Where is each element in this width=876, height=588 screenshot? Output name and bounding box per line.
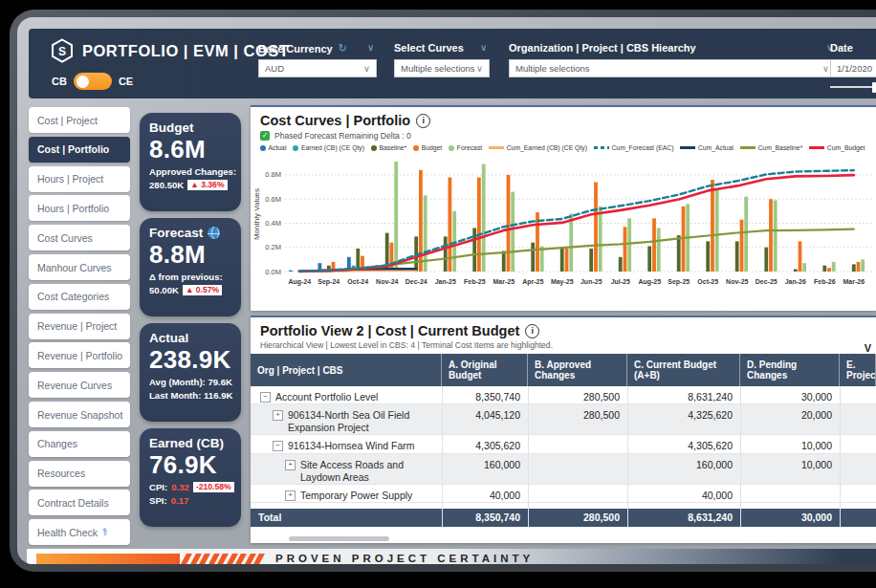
table-total-row: Total8,350,740280,5008,631,24030,000 <box>251 509 876 527</box>
collapse-icon[interactable]: − <box>260 392 271 403</box>
column-header-1[interactable]: A. Original Budget <box>442 354 528 386</box>
sidebar-item-hours-project[interactable]: Hours | Project <box>29 166 130 192</box>
sidebar-item-cost-curves[interactable]: Cost Curves <box>29 225 130 250</box>
column-header-5[interactable]: E. Projec <box>840 354 876 386</box>
legend-item-forecast[interactable]: Forecast <box>449 144 482 151</box>
legend-item-cum-budget[interactable]: Cum_Budget <box>809 144 865 151</box>
sidebar-item-revenue-project[interactable]: Revenue | Project <box>29 314 130 339</box>
legend-item-cum-baseline-[interactable]: Cum_Baseline* <box>740 144 802 151</box>
cell-a: 4,045,120 <box>442 404 528 434</box>
sidebar-item-manhour-curves[interactable]: Manhour Curves <box>29 254 130 280</box>
sidebar-item-revenue-curves[interactable]: Revenue Curves <box>29 372 130 398</box>
table-row[interactable]: +Site Access Roads and Laydown Areas160,… <box>251 454 876 485</box>
legend-item-actual[interactable]: Actual <box>260 144 286 151</box>
toggle-knob[interactable] <box>77 76 89 88</box>
svg-text:Nov-25: Nov-25 <box>726 278 748 285</box>
app-window: S PORTFOLIO | EVM | COST CB CE Base Curr… <box>10 10 876 572</box>
kpi-subline: Avg (Month): 79.6K <box>149 377 231 387</box>
column-header-4[interactable]: D. Pending Changes <box>740 354 840 386</box>
table-row[interactable]: +Temporary Power Supply40,00040,000 <box>251 485 876 503</box>
table-row[interactable]: +906134-North Sea Oil Field Expansion Pr… <box>251 404 876 435</box>
column-header-0[interactable]: Org | Project | CBS <box>251 354 442 386</box>
sidebar-item-cost-portfolio[interactable]: Cost | Portfolio <box>29 137 130 163</box>
horizontal-scrollbar[interactable] <box>289 536 389 541</box>
chevron-down-icon: ∨ <box>822 63 829 74</box>
kpi-title: Earned (CB) <box>149 436 224 450</box>
sidebar-item-label: Cost Categories <box>37 291 109 302</box>
table-row[interactable]: −Account Portfolio Level8,350,740280,500… <box>251 386 876 404</box>
info-icon[interactable]: i <box>416 114 430 128</box>
sidebar-item-cost-categories[interactable]: Cost Categories <box>29 284 130 310</box>
legend-marker-icon <box>260 145 266 151</box>
legend-label: Forecast <box>457 144 482 151</box>
filter-dropdown-0[interactable]: AUD∨ <box>258 59 377 77</box>
table-row[interactable]: −916134-Hornsea Wind Farm4,305,6204,305,… <box>251 435 876 453</box>
row-label: Account Portfolio Level <box>275 391 378 403</box>
date-slider-track[interactable] <box>830 86 876 88</box>
expand-icon[interactable]: + <box>273 410 283 421</box>
sidebar-item-cost-project[interactable]: Cost | Project <box>29 107 130 133</box>
info-icon[interactable]: i <box>525 324 539 338</box>
column-header-3[interactable]: C. Current Budget (A+B) <box>627 354 740 386</box>
cell-b <box>528 454 627 484</box>
svg-text:Feb-25: Feb-25 <box>464 278 486 285</box>
kpi-subtext: 280.50K <box>149 180 184 190</box>
footer-banner: PROVEN PROJECT CERTAINTY <box>27 549 876 564</box>
total-e <box>840 509 876 527</box>
filter-collapse-chevron-icon[interactable]: ∨ <box>480 42 487 53</box>
total-c: 8,631,240 <box>627 509 740 527</box>
phased-forecast-label: Phased Forecast Remaining Delta : 0 <box>274 131 411 141</box>
svg-text:0.0M: 0.0M <box>265 268 281 276</box>
kpi-subtext: SPI: <box>149 495 167 506</box>
filter-collapse-chevron-icon[interactable]: ∨ <box>367 42 374 53</box>
kpi-card-earned-cb-: Earned (CB)76.9KCPI:0.32-210.58%SPI:0.17 <box>140 428 241 527</box>
sidebar-item-revenue-portfolio[interactable]: Revenue | Portfolio <box>29 342 130 368</box>
sidebar-item-label: Resources <box>37 468 85 479</box>
sidebar-item-resources[interactable]: Resources <box>29 461 130 487</box>
filter-dropdown-1[interactable]: Multiple selections∨ <box>394 59 490 77</box>
legend-item-cum-actual[interactable]: Cum_Actual <box>680 144 734 151</box>
sidebar-item-changes[interactable]: Changes <box>29 431 130 457</box>
delta-badge: -210.58% <box>193 482 234 492</box>
cb-ce-toggle[interactable] <box>74 73 112 90</box>
cell-c: 160,000 <box>627 454 740 484</box>
svg-text:Jan-25: Jan-25 <box>435 278 456 285</box>
legend-item-earned-cb-ce-qty-[interactable]: Earned (CB) (CE Qty) <box>293 144 364 151</box>
svg-text:S: S <box>58 45 66 58</box>
filter-label-0: Base Currency↻ <box>258 42 347 54</box>
sidebar-item-contract-details[interactable]: Contract Details <box>29 490 130 515</box>
expand-icon[interactable]: + <box>285 490 296 501</box>
cell-d: 30,000 <box>740 386 840 403</box>
svg-text:Monthly Values: Monthly Values <box>252 188 261 240</box>
collapse-icon[interactable]: − <box>273 441 283 451</box>
svg-text:Aug-24: Aug-24 <box>288 278 311 286</box>
sidebar-item-label: Health Check <box>37 527 98 538</box>
sidebar-item-revenue-snapshot[interactable]: Revenue Snapshot <box>29 402 130 427</box>
sidebar-item-hours-portfolio[interactable]: Hours | Portfolio <box>29 195 130 221</box>
sidebar-item-health-check[interactable]: Health Check⚕ <box>29 519 130 545</box>
legend-item-cum-forecast-eac-[interactable]: Cum_Forecast (EAC) <box>594 144 673 151</box>
cell-b: 280,500 <box>528 386 627 403</box>
legend-item-baseline-[interactable]: Baseline* <box>371 144 406 151</box>
kpi-title: Budget <box>149 120 194 135</box>
svg-text:Dec-24: Dec-24 <box>405 278 427 285</box>
legend-item-budget[interactable]: Budget <box>413 144 442 151</box>
filter-dropdown-2[interactable]: Multiple selections∨ <box>509 59 836 77</box>
total-label: Total <box>251 509 442 527</box>
table-panel-title-row: Portfolio View 2 | Cost | Current Budget… <box>251 317 876 338</box>
filter-dropdown-3[interactable]: 1/1/2020 <box>830 59 876 77</box>
chevron-down-icon: ∨ <box>363 63 370 74</box>
svg-text:Sep-25: Sep-25 <box>668 278 690 286</box>
footer-orange-bar <box>36 554 180 564</box>
column-header-2[interactable]: B. Approved Changes <box>528 354 627 386</box>
checkbox-checked-icon[interactable]: ✓ <box>260 131 270 141</box>
legend-marker-icon <box>293 145 298 151</box>
kpi-value: 8.8M <box>149 241 231 269</box>
filter-label-3: Date <box>830 42 853 54</box>
legend-item-cum-earned-cb-ce-qty-[interactable]: Cum_Earned (CB) (CE Qty) <box>489 144 587 151</box>
filter-value: Multiple selections <box>401 63 475 74</box>
cell-b: 280,500 <box>528 404 627 434</box>
date-slider-handle[interactable] <box>872 82 876 93</box>
expand-icon[interactable]: + <box>285 460 296 470</box>
currency-refresh-icon[interactable]: ↻ <box>339 42 347 54</box>
